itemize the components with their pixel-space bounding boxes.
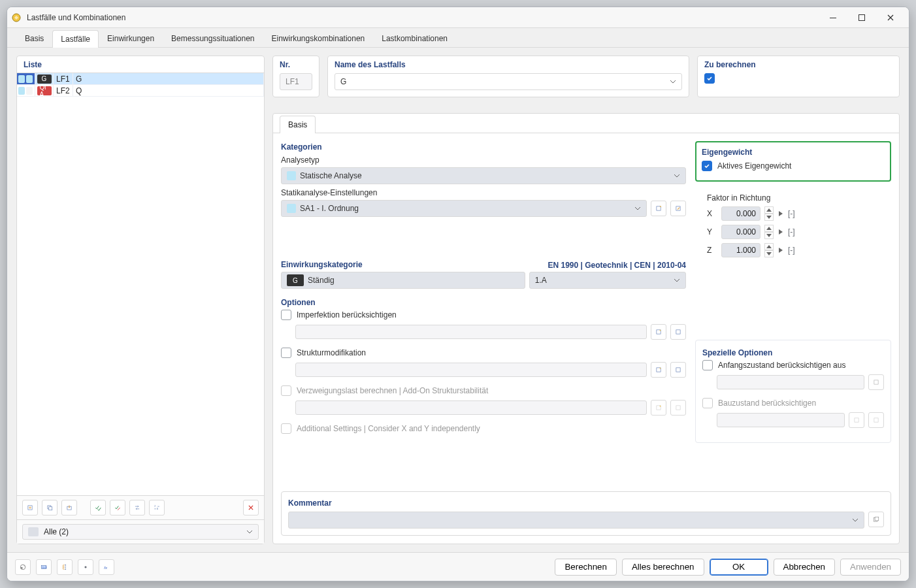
settings-edit-icon[interactable]	[670, 201, 686, 216]
einwirk-name-select[interactable]: G Ständig	[281, 272, 525, 289]
units-icon[interactable]: 0,00	[36, 559, 52, 575]
tab-basis[interactable]: Basis	[16, 29, 52, 47]
nr-label: Nr.	[273, 56, 319, 73]
svg-point-32	[65, 568, 66, 570]
tree-icon[interactable]	[57, 559, 73, 575]
bau-field	[717, 413, 845, 427]
help-icon[interactable]	[15, 559, 31, 575]
svg-point-10	[660, 206, 661, 207]
spin-down[interactable]	[764, 250, 774, 257]
filter-label: Alle (2)	[44, 527, 69, 536]
svg-rect-5	[49, 507, 52, 510]
fx-icon[interactable]: fx	[99, 559, 114, 575]
app-window: Lastfälle und Kombinationen BasisLastfäl…	[7, 7, 909, 581]
new-icon[interactable]	[22, 500, 38, 515]
renumber-icon[interactable]: 26	[149, 500, 165, 515]
loadcase-list: GLF1GQi ALF2Q	[17, 73, 264, 495]
status-cell	[17, 85, 35, 97]
alles-button[interactable]: Alles berechnen	[622, 559, 704, 576]
inner-tab-basis[interactable]: Basis	[280, 116, 316, 133]
list-item[interactable]: Qi ALF2Q	[17, 85, 264, 97]
svg-point-31	[65, 566, 66, 568]
analyse-select[interactable]: Statische Analyse	[281, 167, 686, 184]
factor-spinner[interactable]: 1.000[-]	[721, 243, 795, 257]
svg-rect-14	[676, 330, 680, 334]
top-groups: Nr. LF1 Name des Lastfalls G Zu berechne…	[272, 56, 900, 97]
settings-value: SA1 - I. Ordnung	[300, 204, 359, 213]
zu-check[interactable]	[704, 73, 715, 84]
maximize-button[interactable]	[847, 8, 876, 27]
minimize-button[interactable]	[819, 8, 847, 27]
dot-icon[interactable]	[78, 559, 93, 575]
spin-down[interactable]	[764, 232, 774, 239]
side-column: Eigengewicht Aktives Eigengewicht Faktor…	[695, 141, 891, 483]
swap-icon[interactable]	[129, 500, 145, 515]
tab-einwirkungskombinationen[interactable]: Einwirkungskombinationen	[263, 29, 374, 47]
anfang-check[interactable]	[702, 360, 713, 370]
play-icon[interactable]	[777, 206, 784, 221]
tab-lastkombinationen[interactable]: Lastkombinationen	[373, 29, 456, 47]
code-cell: LF1	[54, 73, 73, 85]
factor-value[interactable]: 0.000	[721, 225, 761, 239]
uncheck-all-icon[interactable]	[110, 500, 125, 515]
option-edit-icon[interactable]	[670, 324, 686, 340]
play-icon[interactable]	[777, 225, 784, 239]
tab-einwirkungen[interactable]: Einwirkungen	[99, 29, 163, 47]
abbrechen-button[interactable]: Abbrechen	[774, 559, 835, 576]
left-panel-title: Liste	[17, 56, 264, 73]
copy-icon[interactable]	[42, 500, 57, 515]
insert-icon[interactable]	[61, 500, 77, 515]
option-check[interactable]	[281, 348, 291, 358]
option-new-icon[interactable]	[651, 324, 666, 340]
zu-group: Zu berechnen	[697, 56, 900, 97]
check-all-icon[interactable]	[90, 500, 106, 515]
play-icon[interactable]	[777, 243, 784, 257]
option-check[interactable]	[281, 310, 291, 320]
einwirk-label: Ständig	[308, 276, 335, 285]
filter-color-chip	[28, 527, 39, 536]
filter-select[interactable]: Alle (2)	[22, 524, 259, 540]
svg-rect-1	[830, 18, 836, 18]
svg-rect-21	[874, 380, 878, 384]
comment-edit-icon[interactable]	[868, 512, 884, 527]
spin-down[interactable]	[764, 214, 774, 221]
list-item[interactable]: GLF1G	[17, 73, 264, 85]
tab-bemessungssituationen[interactable]: Bemessungssituationen	[163, 29, 263, 47]
svg-rect-22	[855, 418, 859, 422]
option-new-icon[interactable]	[651, 362, 666, 378]
einwirk-code-select[interactable]: 1.A	[529, 272, 686, 289]
einwirk-code: 1.A	[535, 276, 547, 285]
svg-text:fx: fx	[104, 564, 108, 569]
list-toolbar: 26	[17, 495, 264, 519]
option-new-icon	[651, 400, 666, 416]
settings-select[interactable]: SA1 - I. Ordnung	[281, 200, 647, 217]
settings-new-icon[interactable]	[651, 201, 666, 216]
analyse-color-chip	[287, 171, 296, 180]
berechnen-button[interactable]: Berechnen	[555, 559, 616, 576]
tab-lastfälle[interactable]: Lastfälle	[52, 30, 99, 48]
anfang-label: Anfangszustand berücksichtigen aus	[718, 361, 845, 370]
factor-value[interactable]: 0.000	[721, 206, 761, 221]
option-edit-icon	[670, 400, 686, 416]
comment-field[interactable]	[288, 512, 864, 529]
name-field[interactable]: G	[335, 73, 682, 90]
main-tabs: BasisLastfälleEinwirkungenBemessungssitu…	[7, 28, 909, 48]
options-title: Optionen	[281, 298, 686, 307]
anfang-edit-icon[interactable]	[868, 374, 884, 390]
svg-point-33	[84, 566, 86, 568]
spin-up[interactable]	[764, 206, 774, 214]
ok-button[interactable]: OK	[710, 559, 768, 576]
eig-active-label: Aktives Eigengewicht	[717, 161, 791, 171]
chevron-down-icon[interactable]	[670, 78, 676, 85]
factor-spinner[interactable]: 0.000[-]	[721, 225, 795, 239]
spin-up[interactable]	[764, 243, 774, 250]
spin-up[interactable]	[764, 225, 774, 232]
factor-value[interactable]: 1.000	[721, 243, 761, 257]
eig-active-check[interactable]	[702, 161, 712, 171]
inner-tabs: Basis	[273, 114, 899, 133]
delete-icon[interactable]	[243, 500, 259, 515]
analyse-label: Analysetyp	[281, 155, 686, 165]
factor-spinner[interactable]: 0.000[-]	[721, 206, 795, 221]
close-button[interactable]	[876, 8, 905, 27]
option-edit-icon[interactable]	[670, 362, 686, 378]
